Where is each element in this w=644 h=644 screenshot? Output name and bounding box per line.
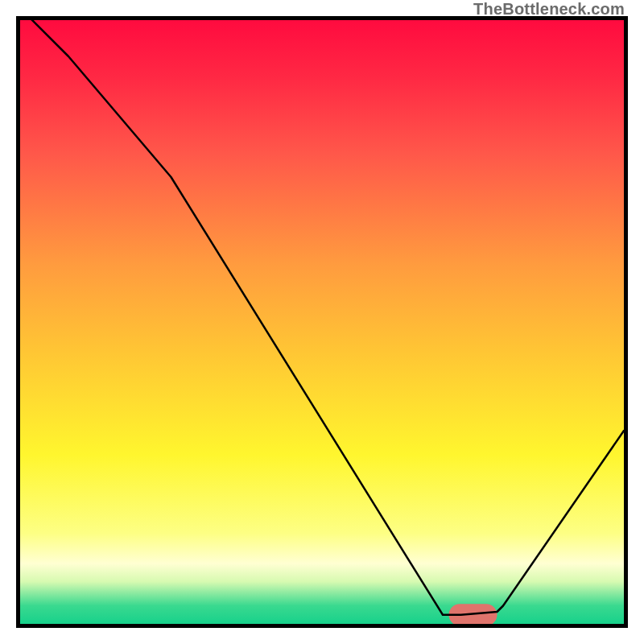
chart-background xyxy=(20,20,624,624)
chart-frame xyxy=(16,16,628,628)
chart-svg xyxy=(20,20,624,624)
